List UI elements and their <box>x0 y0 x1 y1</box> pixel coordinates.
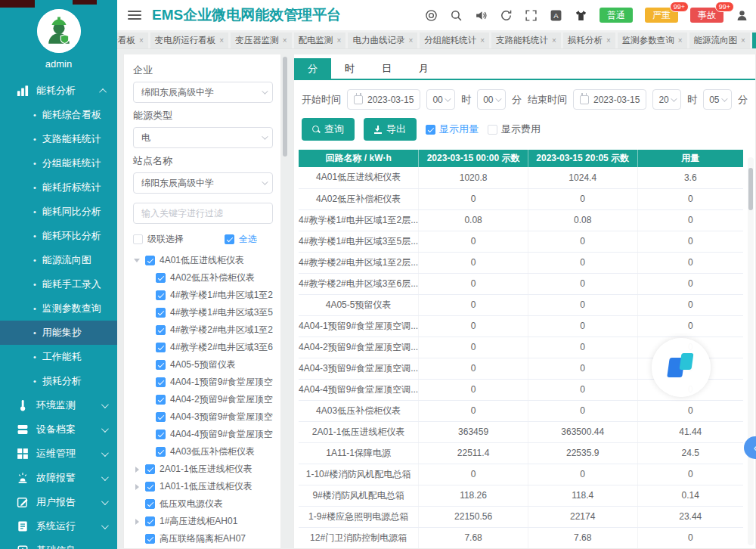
tree-node-checkbox[interactable] <box>156 325 166 335</box>
tree-node[interactable]: 高压联络隔离柜AH07 <box>133 530 273 547</box>
show-cost-checkbox[interactable] <box>488 125 497 135</box>
tree-node-checkbox[interactable] <box>145 256 155 265</box>
show-usage-option[interactable]: 显示用量 <box>426 123 479 136</box>
start-hour-select[interactable]: 00 <box>426 89 455 110</box>
sidebar-item-能耗综合看板[interactable]: 能耗综合看板 <box>0 103 117 127</box>
tree-node-checkbox[interactable] <box>156 430 166 439</box>
theme-icon[interactable] <box>425 9 438 22</box>
tab-能源流向图[interactable]: 能源流向图× <box>689 33 750 48</box>
sidebar-group-用户报告[interactable]: 用户报告 <box>0 490 117 514</box>
close-icon[interactable]: × <box>283 36 287 45</box>
sidebar-item-工作能耗[interactable]: 工作能耗 <box>0 345 117 369</box>
start-date-input[interactable]: 2023-03-15 <box>347 89 420 110</box>
energy-type-select[interactable]: 电 <box>133 127 273 148</box>
end-date-input[interactable]: 2023-03-15 <box>573 89 646 110</box>
tree-node[interactable]: 4A03低压补偿柜仪表 <box>133 443 273 461</box>
tree-node[interactable]: 1A01-1低压进线柜仪表 <box>133 478 273 495</box>
table-row[interactable]: 2A01-1低压进线柜仪表363459363500.4441.44 <box>299 421 743 442</box>
normal-alarm-badge[interactable]: 普通 <box>600 8 633 23</box>
table-row[interactable]: 4#教学楼2#电井区域3至6层...000 <box>299 273 743 294</box>
tab-用能集抄[interactable]: 用能集抄× <box>752 33 756 48</box>
tree-filter-input[interactable] <box>133 203 273 224</box>
close-icon[interactable]: × <box>741 36 745 45</box>
cascade-checkbox[interactable] <box>133 234 143 244</box>
tree-node[interactable]: 2A01-1低压进线柜仪表 <box>133 461 273 478</box>
table-row[interactable]: 9#楼消防风机配电总箱118.26118.40.14 <box>299 485 743 506</box>
table-row[interactable]: 4A04-1预留9#食堂屋顶空调...000 <box>299 315 743 337</box>
search-icon[interactable] <box>450 9 463 22</box>
period-tab-分[interactable]: 分 <box>294 58 331 79</box>
table-row[interactable]: 1A11-1保障电源22511.422535.924.5 <box>299 442 743 464</box>
close-icon[interactable]: × <box>480 36 485 45</box>
tree-node-checkbox[interactable] <box>156 395 166 405</box>
sidebar-item-能源流向图[interactable]: 能源流向图 <box>0 248 117 272</box>
close-icon[interactable]: × <box>139 36 144 45</box>
tree-node[interactable]: 4#教学楼2#电井区域1至2层动力仪表 <box>133 321 273 339</box>
table-row[interactable]: 1-10#楼消防风机配电总箱000 <box>299 464 743 485</box>
tree-node[interactable]: 4#教学楼2#电井区域3至6层动力仪表 <box>133 339 273 356</box>
table-row[interactable]: 1-9#楼应急照明电源总箱22150.562217423.44 <box>299 506 743 527</box>
station-select[interactable]: 绵阳东辰高级中学 <box>133 172 273 194</box>
tab-配电监测[interactable]: 配电监测× <box>294 33 346 48</box>
expand-closed-icon[interactable] <box>133 467 141 473</box>
expand-closed-icon[interactable] <box>133 484 141 490</box>
avatar[interactable] <box>37 9 81 53</box>
sidebar-group-运维管理[interactable]: 运维管理 <box>0 442 117 466</box>
table-row[interactable]: 4#教学楼1#电井区域1至2层...0.080.080 <box>299 209 743 231</box>
tree-node-checkbox[interactable] <box>156 412 166 422</box>
period-tab-时[interactable]: 时 <box>331 58 368 79</box>
tree-node[interactable]: 4A04-3预留9#食堂屋顶空调机组仪表 <box>133 408 273 426</box>
table-row[interactable]: 4A02低压补偿柜仪表000 <box>299 188 743 209</box>
serious-alarm-badge[interactable]: 严重99+ <box>645 8 678 23</box>
tab-电力曲线记录[interactable]: 电力曲线记录× <box>348 33 417 48</box>
tab-综合看板[interactable]: 综合看板× <box>117 33 148 48</box>
close-icon[interactable]: × <box>606 36 611 45</box>
tree-node[interactable]: 4A05-5预留仪表 <box>133 356 273 374</box>
skin-icon[interactable] <box>575 9 587 22</box>
table-row[interactable]: 4A03低压补偿柜仪表000 <box>299 400 743 421</box>
sidebar-item-分组能耗统计[interactable]: 分组能耗统计 <box>0 151 117 175</box>
sidebar-group-环境监测[interactable]: 环境监测 <box>0 393 117 417</box>
sidebar-item-能耗环比分析[interactable]: 能耗环比分析 <box>0 224 117 248</box>
volume-icon[interactable] <box>475 9 488 22</box>
expand-closed-icon[interactable] <box>133 519 141 525</box>
end-minute-select[interactable]: 05 <box>703 89 732 110</box>
tab-分组能耗统计[interactable]: 分组能耗统计× <box>420 33 489 48</box>
expand-open-icon[interactable] <box>133 259 141 262</box>
sidebar-group-系统运行[interactable]: 系统运行 <box>0 514 117 538</box>
tree-node-checkbox[interactable] <box>145 499 155 509</box>
search-button[interactable]: 查询 <box>302 118 355 141</box>
sidebar-group-能耗分析[interactable]: 能耗分析 <box>0 79 117 103</box>
select-all-checkbox[interactable] <box>225 234 234 244</box>
close-icon[interactable]: × <box>552 36 556 45</box>
tab-监测参数查询[interactable]: 监测参数查询× <box>618 33 687 48</box>
table-row[interactable]: 4#教学楼2#电井区域1至2层...000 <box>299 252 743 273</box>
panel-scrollbar[interactable] <box>283 54 288 549</box>
export-button[interactable]: 导出 <box>364 118 417 141</box>
tree-node[interactable]: 4A02低压补偿柜仪表 <box>133 269 273 287</box>
sidebar-group-基础信息[interactable]: 基础信息 <box>0 538 117 549</box>
sidebar-item-能耗手工录入[interactable]: 能耗手工录入 <box>0 272 117 296</box>
end-hour-select[interactable]: 20 <box>652 89 681 110</box>
tree-node-checkbox[interactable] <box>156 308 166 318</box>
tree-node-checkbox[interactable] <box>156 273 166 283</box>
sidebar-item-能耗同比分析[interactable]: 能耗同比分析 <box>0 200 117 224</box>
table-row[interactable]: 12#门卫消防控制电源箱7.687.680 <box>299 527 743 548</box>
table-row[interactable]: 4A05-5预留仪表000 <box>299 294 743 315</box>
sidebar-item-能耗折标统计[interactable]: 能耗折标统计 <box>0 175 117 200</box>
tab-支路能耗统计[interactable]: 支路能耗统计× <box>491 33 561 48</box>
menu-toggle-icon[interactable] <box>128 11 141 20</box>
tree-node[interactable]: 低压双电源仪表 <box>133 495 273 513</box>
period-tab-月[interactable]: 月 <box>405 58 442 79</box>
user-icon[interactable] <box>736 9 748 22</box>
table-row[interactable]: 4#教学楼1#电井区域3至5层...000 <box>299 231 743 252</box>
sidebar-item-用能集抄[interactable]: 用能集抄 <box>0 321 117 345</box>
tree-node[interactable]: 4#教学楼1#电井区域1至2层动力仪表 <box>133 287 273 304</box>
translate-icon[interactable]: A <box>550 9 562 22</box>
sidebar-item-支路能耗统计[interactable]: 支路能耗统计 <box>0 127 117 151</box>
refresh-icon[interactable] <box>500 9 513 22</box>
tree-node-checkbox[interactable] <box>145 534 155 544</box>
tree-node[interactable]: 4#教学楼1#电井区域3至5层动力仪表 <box>133 304 273 321</box>
tree-node-checkbox[interactable] <box>145 482 155 492</box>
close-icon[interactable]: × <box>678 36 683 45</box>
